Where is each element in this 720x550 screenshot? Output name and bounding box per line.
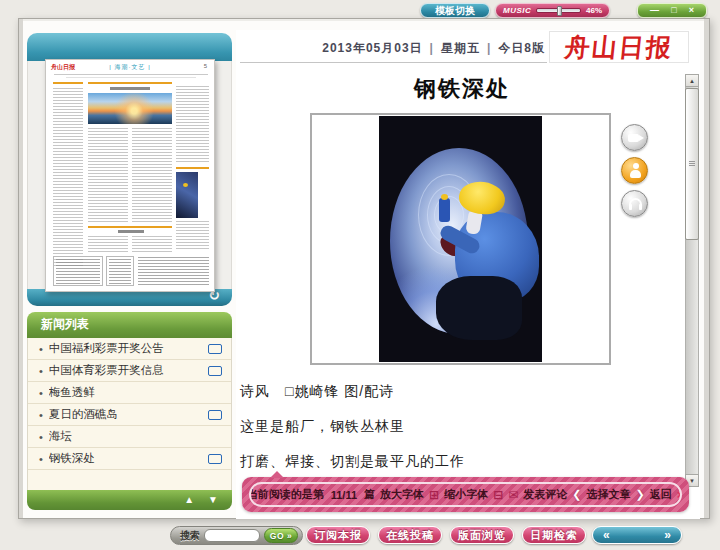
template-switch-button[interactable]: 模板切换 bbox=[420, 3, 490, 18]
scroll-down-icon[interactable]: ▼ bbox=[208, 491, 218, 509]
zoom-in-icon[interactable]: ⊞ bbox=[429, 488, 439, 502]
search-go-button[interactable]: GO » bbox=[264, 528, 298, 543]
reading-toolbar-pointer bbox=[270, 471, 284, 478]
close-button[interactable]: × bbox=[689, 4, 694, 17]
weekday-text: 星期五 bbox=[441, 41, 480, 55]
thumbnail-text-column bbox=[53, 88, 83, 268]
thumbnail-orange-rule bbox=[88, 226, 172, 228]
subscribe-button[interactable]: 订阅本报 bbox=[306, 526, 370, 544]
scroll-up-icon[interactable]: ▲ bbox=[184, 491, 194, 509]
next-page-button[interactable]: » bbox=[664, 527, 671, 543]
photo-distant-worker bbox=[439, 198, 450, 222]
layout-browse-button[interactable]: 版面浏览 bbox=[450, 526, 514, 544]
thumbnail-welder-photo bbox=[176, 172, 198, 218]
scrollbar-thumb[interactable] bbox=[685, 88, 699, 240]
post-comment-button[interactable]: 发表评论 bbox=[523, 487, 567, 502]
thumbnail-table-box bbox=[53, 256, 103, 286]
news-item-label: 中国体育彩票开奖信息 bbox=[49, 363, 208, 378]
thumbnail-orange-rule bbox=[88, 82, 172, 84]
header-divider bbox=[240, 62, 547, 63]
thumbnail-orange-rule bbox=[53, 82, 83, 84]
news-list-item[interactable]: • 钢铁深处 bbox=[28, 448, 231, 470]
thumbnail-article-title-bar bbox=[110, 87, 150, 90]
thumbnail-sunset-photo bbox=[88, 93, 172, 124]
reading-position-value: 11/11 bbox=[331, 489, 357, 501]
thumbnail-text-column bbox=[132, 236, 172, 252]
photo-welder-legs bbox=[436, 276, 522, 340]
thumbnail-text-column bbox=[138, 257, 209, 286]
thumbnail-page-number: 5 bbox=[204, 63, 207, 69]
zoom-in-text-button[interactable]: 放大字体 bbox=[380, 487, 424, 502]
thumbnail-table-box bbox=[106, 256, 134, 286]
restore-button[interactable]: □ bbox=[671, 4, 676, 17]
music-slider-track[interactable] bbox=[536, 8, 581, 13]
newspaper-logo-text: 舟山日报 bbox=[563, 31, 674, 64]
date-header: 2013年05月03日|星期五|今日8版 bbox=[240, 37, 545, 59]
thumbnail-text-column bbox=[88, 128, 128, 222]
video-camera-icon bbox=[628, 134, 639, 142]
search-bar: 搜索 GO » bbox=[170, 526, 303, 545]
article-photo bbox=[379, 116, 542, 362]
scrollbar-up-button[interactable]: ▲ bbox=[685, 74, 699, 87]
news-list-item[interactable]: • 海坛 bbox=[28, 426, 231, 448]
thumbnail-section-title: | 海潮·文艺 | bbox=[46, 63, 214, 72]
reading-position-prefix: 当前阅读的是第 bbox=[249, 487, 324, 502]
edition-text: 今日8版 bbox=[498, 41, 545, 55]
thumbnail-text-column bbox=[176, 221, 209, 249]
select-article-button[interactable]: 选择文章 bbox=[586, 487, 630, 502]
app-window: 模板切换 MUSIC 46% — □ × ↻ 舟山日报 | 海潮·文艺 | 5 bbox=[0, 0, 720, 550]
news-item-label: 中国福利彩票开奖公告 bbox=[49, 341, 208, 356]
headphones-icon bbox=[629, 198, 642, 208]
article-text-line: 打磨、焊接、切割是最平凡的工作 bbox=[240, 453, 465, 471]
article-byline: 诗风 □姚崎锋 图/配诗 bbox=[240, 383, 394, 401]
news-list-item[interactable]: • 中国体育彩票开奖信息 bbox=[28, 360, 231, 382]
thumbnail-article-title-bar bbox=[118, 230, 144, 233]
back-button[interactable]: 返回 bbox=[650, 487, 672, 502]
date-text: 2013年05月03日 bbox=[322, 41, 422, 55]
news-item-label: 梅鱼透鲜 bbox=[49, 385, 222, 400]
next-article-icon[interactable]: ❯ bbox=[635, 488, 644, 501]
bullet-icon: • bbox=[39, 387, 43, 399]
thumbnail-orange-rule bbox=[176, 167, 209, 169]
bullet-icon: • bbox=[39, 365, 43, 377]
music-label: MUSIC bbox=[503, 6, 531, 15]
separator: | bbox=[487, 41, 491, 55]
zoom-out-text-button[interactable]: 缩小字体 bbox=[444, 487, 488, 502]
zoom-out-icon[interactable]: ⊟ bbox=[493, 488, 503, 502]
photo-icon bbox=[208, 344, 222, 354]
search-input[interactable] bbox=[204, 529, 260, 542]
window-controls: — □ × bbox=[637, 3, 707, 18]
music-volume-value: 46% bbox=[586, 6, 602, 15]
thumbnail-text-column bbox=[132, 128, 172, 222]
news-list-item[interactable]: • 夏日的酒礁岛 bbox=[28, 404, 231, 426]
reader-button[interactable] bbox=[621, 157, 648, 184]
news-list-item[interactable]: • 中国福利彩票开奖公告 bbox=[28, 338, 231, 360]
previous-article-icon[interactable]: ❮ bbox=[572, 488, 581, 501]
close-icon[interactable]: × bbox=[677, 487, 682, 502]
page-thumbnail[interactable]: 舟山日报 | 海潮·文艺 | 5 bbox=[45, 59, 215, 292]
music-slider-thumb[interactable] bbox=[557, 6, 562, 16]
photo-icon bbox=[208, 454, 222, 464]
comment-envelope-icon[interactable]: ✉ bbox=[508, 488, 518, 502]
online-submit-button[interactable]: 在线投稿 bbox=[378, 526, 442, 544]
bullet-icon: • bbox=[39, 431, 43, 443]
date-search-button[interactable]: 日期检索 bbox=[522, 526, 586, 544]
reading-toolbar-inner: 当前阅读的是第 11/11 篇 放大字体 ⊞ 缩小字体 ⊟ ✉ 发表评论 ❮ 选… bbox=[249, 482, 682, 507]
reading-toolbar: 当前阅读的是第 11/11 篇 放大字体 ⊞ 缩小字体 ⊟ ✉ 发表评论 ❮ 选… bbox=[242, 477, 689, 512]
news-item-label: 海坛 bbox=[49, 429, 222, 444]
minimize-button[interactable]: — bbox=[650, 4, 659, 17]
news-list-item[interactable]: • 梅鱼透鲜 bbox=[28, 382, 231, 404]
thumbnail-text-column bbox=[88, 236, 128, 252]
bullet-icon: • bbox=[39, 409, 43, 421]
listen-button[interactable] bbox=[621, 190, 648, 217]
video-button[interactable] bbox=[621, 124, 648, 151]
news-item-label: 钢铁深处 bbox=[49, 451, 208, 466]
photo-icon bbox=[208, 366, 222, 376]
thumbnail-rule bbox=[54, 74, 208, 75]
previous-page-button[interactable]: « bbox=[603, 527, 610, 543]
newspaper-logo: 舟山日报 bbox=[549, 31, 689, 63]
news-list-footer: ▲ ▼ bbox=[27, 490, 232, 510]
news-list-header: 新闻列表 bbox=[27, 312, 232, 338]
music-slider[interactable]: MUSIC 46% bbox=[495, 3, 610, 18]
thumbnail-panel-header bbox=[27, 33, 232, 61]
